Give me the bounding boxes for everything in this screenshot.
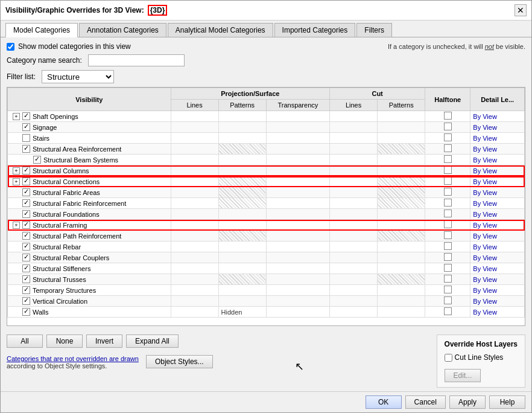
halftone-checkbox[interactable] [444, 264, 452, 272]
cut-patterns-cell[interactable] [378, 176, 425, 187]
table-row[interactable]: Vertical CirculationBy View [8, 296, 525, 307]
proj-transparency-cell[interactable] [266, 220, 329, 231]
cut-patterns-cell[interactable] [378, 198, 425, 209]
tab-imported-categories[interactable]: Imported Categories [274, 23, 356, 37]
proj-patterns-cell[interactable] [218, 209, 266, 220]
cut-patterns-cell[interactable] [378, 285, 425, 296]
cut-lines-cell[interactable] [330, 209, 378, 220]
proj-lines-cell[interactable] [171, 209, 218, 220]
proj-transparency-cell[interactable] [266, 285, 329, 296]
table-row[interactable]: WallsHiddenBy View [8, 307, 525, 318]
cut-patterns-cell[interactable] [378, 274, 425, 285]
proj-patterns-cell[interactable] [218, 274, 266, 285]
proj-transparency-cell[interactable] [266, 209, 329, 220]
halftone-checkbox[interactable] [444, 199, 452, 206]
proj-transparency-cell[interactable] [266, 165, 329, 176]
proj-patterns-cell[interactable]: Hidden [218, 307, 266, 318]
proj-lines-cell[interactable] [171, 198, 218, 209]
tab-annotation-categories[interactable]: Annotation Categories [79, 23, 166, 37]
row-checkbox[interactable] [22, 221, 30, 229]
halftone-checkbox[interactable] [444, 144, 452, 152]
proj-patterns-cell[interactable] [218, 111, 266, 122]
proj-lines-cell[interactable] [171, 165, 218, 176]
cut-patterns-cell[interactable] [378, 220, 425, 231]
halftone-checkbox[interactable] [444, 166, 452, 174]
table-row[interactable]: Structural Fabric ReinforcementBy View [8, 198, 525, 209]
proj-patterns-cell[interactable] [218, 122, 266, 133]
expand-icon[interactable]: + [13, 222, 20, 229]
halftone-cell[interactable] [425, 144, 470, 155]
proj-lines-cell[interactable] [171, 296, 218, 307]
cut-lines-cell[interactable] [330, 155, 378, 165]
proj-transparency-cell[interactable] [266, 144, 329, 155]
proj-patterns-cell[interactable] [218, 252, 266, 263]
proj-patterns-cell[interactable] [218, 220, 266, 231]
proj-lines-cell[interactable] [171, 274, 218, 285]
proj-transparency-cell[interactable] [266, 155, 329, 165]
proj-patterns-cell[interactable] [218, 187, 266, 198]
proj-transparency-cell[interactable] [266, 307, 329, 318]
proj-lines-cell[interactable] [171, 111, 218, 122]
cut-patterns-cell[interactable] [378, 263, 425, 274]
proj-transparency-cell[interactable] [266, 176, 329, 187]
cut-lines-cell[interactable] [330, 296, 378, 307]
proj-patterns-cell[interactable] [218, 176, 266, 187]
row-checkbox[interactable] [22, 243, 30, 251]
table-row[interactable]: +Shaft OpeningsBy View [8, 111, 525, 122]
close-button[interactable]: ✕ [515, 4, 527, 16]
cut-lines-cell[interactable] [330, 133, 378, 144]
halftone-cell[interactable] [425, 209, 470, 220]
proj-transparency-cell[interactable] [266, 274, 329, 285]
tab-analytical-model-categories[interactable]: Analytical Model Categories [168, 23, 273, 37]
table-row[interactable]: Temporary StructuresBy View [8, 285, 525, 296]
table-row[interactable]: SignageBy View [8, 122, 525, 133]
cut-lines-cell[interactable] [330, 165, 378, 176]
cut-patterns-cell[interactable] [378, 133, 425, 144]
cut-patterns-cell[interactable] [378, 111, 425, 122]
expand-icon[interactable]: + [13, 178, 20, 185]
halftone-checkbox[interactable] [444, 231, 452, 239]
proj-patterns-cell[interactable] [218, 231, 266, 242]
halftone-cell[interactable] [425, 165, 470, 176]
halftone-checkbox[interactable] [444, 123, 452, 130]
row-checkbox[interactable] [22, 286, 30, 294]
cut-lines-cell[interactable] [330, 122, 378, 133]
cut-lines-cell[interactable] [330, 187, 378, 198]
proj-patterns-cell[interactable] [218, 155, 266, 165]
row-checkbox[interactable] [22, 210, 30, 218]
row-checkbox[interactable] [22, 297, 30, 305]
proj-lines-cell[interactable] [171, 144, 218, 155]
halftone-checkbox[interactable] [444, 210, 452, 217]
row-checkbox[interactable] [22, 123, 30, 131]
proj-transparency-cell[interactable] [266, 187, 329, 198]
cut-lines-cell[interactable] [330, 274, 378, 285]
cut-lines-cell[interactable] [330, 111, 378, 122]
cut-lines-cell[interactable] [330, 220, 378, 231]
row-checkbox[interactable] [22, 232, 30, 240]
proj-transparency-cell[interactable] [266, 198, 329, 209]
halftone-cell[interactable] [425, 122, 470, 133]
row-checkbox[interactable] [22, 134, 30, 142]
cut-patterns-cell[interactable] [378, 165, 425, 176]
row-checkbox[interactable] [22, 199, 30, 207]
row-checkbox[interactable] [22, 275, 30, 283]
proj-patterns-cell[interactable] [218, 198, 266, 209]
halftone-cell[interactable] [425, 187, 470, 198]
cut-patterns-cell[interactable] [378, 242, 425, 252]
halftone-cell[interactable] [425, 285, 470, 296]
row-checkbox[interactable] [22, 308, 30, 316]
halftone-cell[interactable] [425, 133, 470, 144]
halftone-cell[interactable] [425, 176, 470, 187]
tab-filters[interactable]: Filters [356, 23, 392, 37]
proj-patterns-cell[interactable] [218, 296, 266, 307]
expand-all-button[interactable]: Expand All [126, 335, 179, 348]
proj-patterns-cell[interactable] [218, 263, 266, 274]
object-styles-button[interactable]: Object Styles... [146, 355, 213, 368]
table-row[interactable]: +Structural ConnectionsBy View [8, 176, 525, 187]
cut-lines-cell[interactable] [330, 242, 378, 252]
cut-patterns-cell[interactable] [378, 155, 425, 165]
table-row[interactable]: Structural StiffenersBy View [8, 263, 525, 274]
halftone-cell[interactable] [425, 296, 470, 307]
proj-lines-cell[interactable] [171, 122, 218, 133]
table-row[interactable]: Structural Beam SystemsBy View [8, 155, 525, 165]
